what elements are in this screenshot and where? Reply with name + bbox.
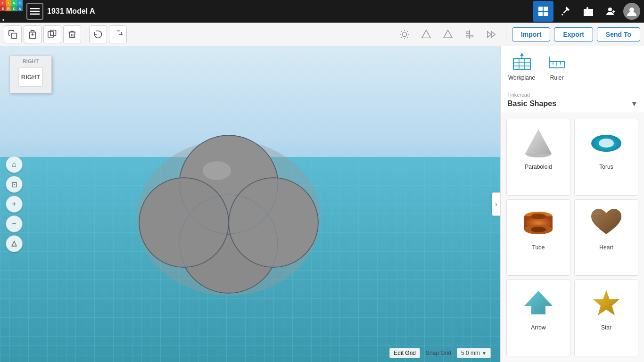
svg-point-64 <box>599 139 613 146</box>
projects-btn[interactable] <box>578 1 599 22</box>
send-to-btn[interactable]: Send To <box>597 27 640 41</box>
paraboloid-label: Paraboloid <box>525 164 552 170</box>
tube-label: Tube <box>532 244 545 251</box>
svg-line-25 <box>407 31 408 31</box>
fit-btn[interactable]: ⊡ <box>6 176 23 193</box>
bottom-bar: Edit Grid Snap Grid 5.0 mm ▼ <box>389 348 491 358</box>
svg-point-9 <box>629 8 634 12</box>
menu-icon-btn[interactable] <box>26 3 43 20</box>
svg-line-21 <box>407 37 408 37</box>
shape-tool-2[interactable] <box>439 25 457 43</box>
collapse-panel-btn[interactable]: › <box>492 192 500 216</box>
category-select-row[interactable]: Basic Shapes ▼ <box>507 99 637 108</box>
paste-btn[interactable] <box>24 25 41 43</box>
logo-t: T <box>0 0 6 6</box>
delete-btn[interactable] <box>63 25 81 43</box>
logo-d-3 <box>11 17 17 23</box>
shape-grid: Paraboloid <box>501 113 644 362</box>
category-name: Basic Shapes <box>507 99 556 108</box>
panel-tools: Workplane Ruler <box>501 46 644 87</box>
logo-k: K <box>17 0 23 6</box>
avatar-btn[interactable] <box>623 3 640 20</box>
main-content: RIGHT RIGHT ⌂ ⊡ + − <box>0 46 644 362</box>
svg-marker-71 <box>593 290 619 315</box>
torus-thumb <box>585 123 627 161</box>
tube-thumb <box>517 204 560 241</box>
star-thumb <box>585 284 627 321</box>
shape-torus[interactable]: Torus <box>574 119 638 196</box>
copy-btn[interactable] <box>4 25 22 43</box>
view-indicator: RIGHT RIGHT <box>9 56 52 93</box>
svg-marker-32 <box>487 31 491 37</box>
svg-marker-61 <box>525 129 552 154</box>
separator-1 <box>85 27 85 41</box>
toolbar-right: Import Export Send To <box>396 25 640 43</box>
left-controls: ⌂ ⊡ + − <box>6 156 23 252</box>
shape-arrow[interactable]: Arrow <box>506 280 570 356</box>
toolbar: Import Export Send To <box>0 23 644 46</box>
workplane-tool[interactable]: Workplane <box>508 52 535 81</box>
logo-a: A <box>17 6 23 11</box>
ruler-tool[interactable]: Ruler <box>546 52 567 81</box>
light-btn[interactable] <box>396 25 413 43</box>
snap-value: 5.0 mm <box>461 350 480 356</box>
shape-star[interactable]: Star <box>574 280 638 356</box>
svg-marker-36 <box>12 241 17 246</box>
export-btn[interactable]: Export <box>554 27 593 41</box>
svg-point-67 <box>531 214 546 219</box>
shape-tool-1[interactable] <box>417 25 435 43</box>
svg-line-20 <box>401 31 402 31</box>
model-title: 1931 Model A <box>47 7 533 16</box>
add-person-btn[interactable] <box>601 1 621 22</box>
shape-category[interactable]: Tinkercad Basic Shapes ▼ <box>501 87 644 113</box>
flip-btn[interactable] <box>482 25 500 43</box>
workplane-label: Workplane <box>508 74 535 81</box>
category-dropdown-icon[interactable]: ▼ <box>631 100 637 107</box>
svg-rect-1 <box>30 11 40 12</box>
snap-control[interactable]: 5.0 mm ▼ <box>457 348 491 358</box>
ruler-icon <box>546 52 567 73</box>
svg-rect-48 <box>513 58 530 70</box>
zoom-in-btn[interactable]: + <box>6 196 23 213</box>
logo-d-4 <box>17 17 23 23</box>
svg-rect-15 <box>48 32 54 37</box>
svg-rect-2 <box>30 14 40 15</box>
snap-grid-label: Snap Grid <box>426 350 451 356</box>
paraboloid-thumb <box>517 123 560 161</box>
shape-heart[interactable]: Heart <box>574 199 638 276</box>
duplicate-btn[interactable] <box>43 25 61 43</box>
svg-rect-0 <box>30 8 40 9</box>
import-btn[interactable]: Import <box>512 27 551 41</box>
logo-row3-2 <box>6 11 11 17</box>
right-panel: Workplane Ruler <box>500 46 644 362</box>
tinkercad-logo[interactable]: T I N K E R C A D <box>0 0 23 23</box>
star-label: Star <box>601 324 611 331</box>
svg-marker-70 <box>524 291 553 314</box>
undo-btn[interactable] <box>89 25 107 43</box>
category-section-label: Tinkercad <box>507 92 637 98</box>
viewport[interactable]: RIGHT RIGHT ⌂ ⊡ + − <box>0 46 500 362</box>
redo-btn[interactable] <box>109 25 127 43</box>
home-btn[interactable]: ⌂ <box>6 156 23 173</box>
logo-e: E <box>0 6 6 11</box>
hammer-btn[interactable] <box>555 1 576 22</box>
shape-paraboloid[interactable]: Paraboloid <box>506 119 570 196</box>
logo-r: R <box>6 6 11 11</box>
svg-rect-10 <box>12 33 17 38</box>
torus-label: Torus <box>599 164 613 170</box>
separator-2 <box>506 27 506 41</box>
heart-label: Heart <box>599 244 613 251</box>
arrow-label: Arrow <box>531 324 545 331</box>
svg-point-47 <box>203 161 231 180</box>
align-btn[interactable] <box>461 25 479 43</box>
snap-dropdown-icon[interactable]: ▼ <box>482 351 487 356</box>
svg-rect-5 <box>538 12 543 16</box>
perspective-btn[interactable] <box>6 235 23 252</box>
heart-thumb <box>585 204 627 241</box>
shape-tube[interactable]: Tube <box>506 199 570 276</box>
zoom-out-btn[interactable]: − <box>6 215 23 232</box>
edit-grid-btn[interactable]: Edit Grid <box>389 348 420 358</box>
workplane-icon <box>512 52 532 73</box>
svg-point-8 <box>608 8 612 11</box>
grid-view-btn[interactable] <box>533 1 553 22</box>
